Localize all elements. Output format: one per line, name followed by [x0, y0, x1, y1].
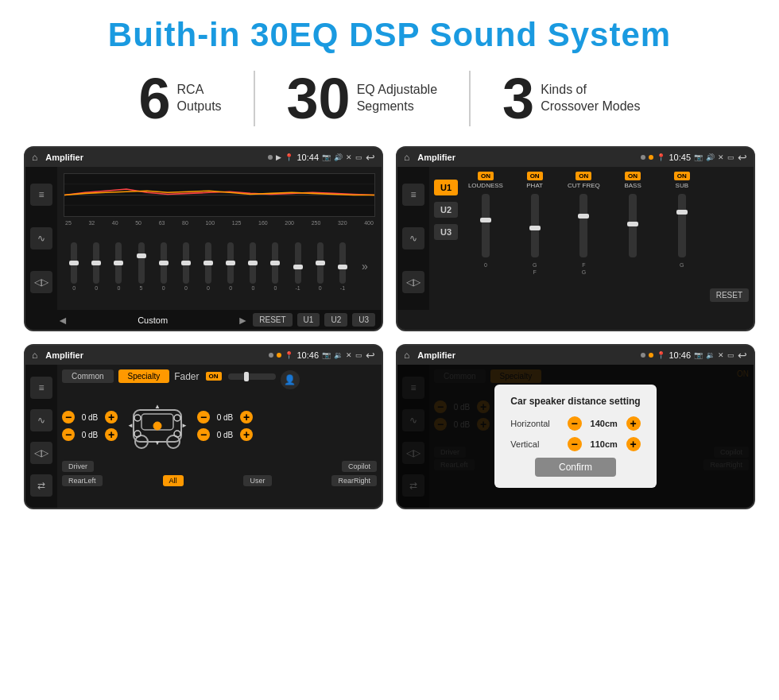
prev-btn[interactable]: ◄: [57, 314, 68, 327]
status-icons-2: 📍 10:45 📷 🔊 ✕ ▭ ↩: [641, 151, 747, 164]
pin-icon-3: 📍: [285, 351, 293, 359]
rearright-btn[interactable]: RearRight: [331, 475, 377, 486]
svg-text:▲: ▲: [154, 403, 161, 410]
status-dot-1: [268, 155, 273, 160]
vertical-plus-btn[interactable]: +: [626, 437, 641, 451]
screen-eq: ⌂ Amplifier ▶ 📍 10:44 📷 🔊 ✕ ▭ ↩ ≡ ∿: [24, 146, 383, 331]
tab-common-3[interactable]: Common: [62, 369, 114, 383]
horizontal-plus-btn[interactable]: +: [626, 416, 641, 431]
svg-point-8: [174, 415, 180, 421]
home-icon-4[interactable]: ⌂: [404, 350, 409, 361]
reset-btn[interactable]: RESET: [253, 313, 292, 327]
db-plus-rr[interactable]: +: [240, 428, 253, 441]
back-icon-3[interactable]: ↩: [366, 349, 375, 362]
status-icons-4: 📍 10:46 📷 🔉 ✕ ▭ ↩: [641, 349, 747, 362]
bottom-labels-3: Driver Copilot: [62, 461, 377, 472]
u2-crossover-btn[interactable]: U2: [434, 202, 458, 218]
crossover-reset-btn[interactable]: RESET: [710, 288, 749, 302]
u2-btn[interactable]: U2: [324, 313, 347, 327]
confirm-button[interactable]: Confirm: [535, 458, 616, 477]
speaker-icon-2[interactable]: ◁▷: [402, 271, 424, 293]
play-btn[interactable]: ►: [237, 314, 248, 327]
settings-icon-3[interactable]: 👤: [281, 370, 300, 389]
status-bar-1: ⌂ Amplifier ▶ 📍 10:44 📷 🔊 ✕ ▭ ↩: [25, 148, 382, 167]
eq-slider-4: 0: [161, 242, 167, 291]
back-icon-4[interactable]: ↩: [738, 349, 747, 362]
rect-icon-3: ▭: [355, 351, 362, 359]
copilot-btn[interactable]: Copilot: [342, 461, 377, 472]
stat-rca: 6 RCA Outputs: [107, 70, 254, 127]
status-bar-2: ⌂ Amplifier 📍 10:45 📷 🔊 ✕ ▭ ↩: [397, 148, 754, 167]
db-ctrl-front-right: − 0 dB +: [197, 411, 253, 423]
tab-specialty-3[interactable]: Specialty: [118, 369, 170, 383]
db-plus-fl[interactable]: +: [105, 411, 118, 423]
db-minus-fl[interactable]: −: [62, 411, 75, 423]
db-minus-rl[interactable]: −: [62, 428, 75, 441]
db-minus-fr[interactable]: −: [197, 411, 210, 423]
next-icon[interactable]: »: [362, 260, 368, 273]
screen1-body: ≡ ∿ ◁▷: [25, 167, 382, 310]
rect-icon-1: ▭: [355, 153, 362, 161]
u1-crossover-btn[interactable]: U1: [434, 180, 458, 195]
eq-tune-icon-3[interactable]: ≡: [30, 377, 52, 399]
home-icon-2[interactable]: ⌂: [404, 152, 409, 163]
x-icon-2: ✕: [718, 153, 724, 161]
wave-icon[interactable]: ∿: [30, 227, 52, 249]
driver-btn[interactable]: Driver: [62, 461, 94, 472]
crossover-channels: ON LOUDNESS 0 ON PHAT G F: [463, 172, 705, 305]
fader-text: Fader: [174, 371, 199, 382]
preset-label: Custom: [73, 315, 233, 325]
rect-icon-4: ▭: [727, 351, 734, 359]
fader-slider[interactable]: [228, 373, 276, 380]
eq-bottom-bar: ◄ Custom ► RESET U1 U2 U3: [25, 310, 382, 330]
eq-tune-icon[interactable]: ≡: [30, 184, 52, 206]
screenshots-grid: ⌂ Amplifier ▶ 📍 10:44 📷 🔊 ✕ ▭ ↩ ≡ ∿: [24, 146, 755, 509]
page-wrapper: Buith-in 30EQ DSP Sound System 6 RCA Out…: [0, 0, 779, 525]
stat-number-crossover: 3: [502, 70, 534, 127]
play-icon-1: ▶: [276, 153, 281, 161]
page-title: Buith-in 30EQ DSP Sound System: [24, 16, 755, 54]
stat-number-eq: 30: [287, 70, 351, 127]
u3-crossover-btn[interactable]: U3: [434, 224, 458, 240]
screen-fader: ⌂ Amplifier 📍 10:46 📷 🔉 ✕ ▭ ↩ ≡ ∿: [24, 344, 383, 509]
channel-bass: ON BASS: [610, 172, 656, 305]
camera-icon-2: 📷: [694, 153, 703, 161]
car-diagram: ▲ ▼ ◄ ►: [126, 394, 189, 458]
home-icon-1[interactable]: ⌂: [32, 152, 37, 163]
eq-main: 25 32 40 50 63 80 100 125 160 200 250 32…: [57, 167, 382, 310]
db-plus-fr[interactable]: +: [240, 411, 253, 423]
status-time-1: 10:44: [296, 153, 319, 162]
db-plus-rl[interactable]: +: [105, 428, 118, 441]
wave-icon-2[interactable]: ∿: [402, 227, 424, 249]
db-minus-rr[interactable]: −: [197, 428, 210, 441]
vol-icon-2: 🔊: [706, 153, 715, 161]
u1-btn[interactable]: U1: [297, 313, 320, 327]
rearleft-btn[interactable]: RearLeft: [62, 475, 103, 486]
distance-dialog: Car speaker distance setting Horizontal …: [494, 385, 656, 488]
wave-icon-3[interactable]: ∿: [30, 409, 52, 431]
side-icons-1: ≡ ∿ ◁▷: [25, 167, 57, 310]
eq-slider-6: 0: [205, 242, 211, 291]
u3-btn[interactable]: U3: [352, 313, 375, 327]
back-icon-1[interactable]: ↩: [366, 151, 375, 164]
status-icons-3: 📍 10:46 📷 🔉 ✕ ▭ ↩: [269, 349, 375, 362]
speaker-icon[interactable]: ◁▷: [30, 271, 52, 293]
fader-label-row: Fader ON: [174, 371, 275, 382]
user-btn[interactable]: User: [243, 475, 271, 486]
all-btn[interactable]: All: [163, 475, 184, 486]
eq-slider-3: 5: [138, 242, 145, 291]
back-icon-2[interactable]: ↩: [738, 151, 747, 164]
stat-number-rca: 6: [139, 70, 171, 127]
home-icon-3[interactable]: ⌂: [32, 350, 37, 361]
vertical-minus-btn[interactable]: −: [568, 437, 582, 451]
eq-sliders: 0 0 0 5 0 0 0 0 0 0 -1 0 -1 »: [64, 229, 375, 304]
adjust-icon-3[interactable]: ⇄: [30, 474, 52, 497]
speaker-icon-3[interactable]: ◁▷: [30, 442, 52, 464]
horizontal-minus-btn[interactable]: −: [568, 416, 582, 431]
vol-icon-1: 🔊: [334, 153, 343, 161]
tab-row-3: Common Specialty: [62, 369, 169, 383]
eq-tune-icon-2[interactable]: ≡: [402, 184, 424, 206]
status-bar-4: ⌂ Amplifier 📍 10:46 📷 🔉 ✕ ▭ ↩: [397, 346, 754, 365]
stat-label-eq-2: Segments: [357, 99, 437, 115]
dialog-row-horizontal: Horizontal − 140cm +: [510, 416, 640, 431]
